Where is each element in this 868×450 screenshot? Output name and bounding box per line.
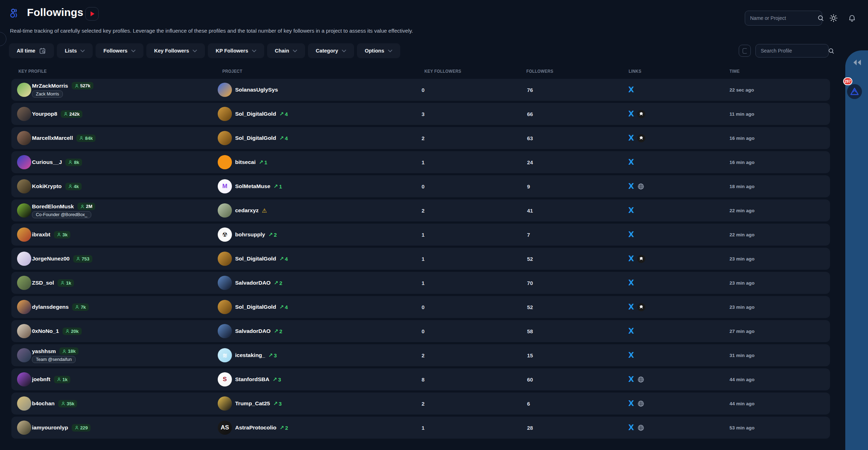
project-name[interactable]: Sol_DigitalGold <box>235 135 276 141</box>
project-name[interactable]: SolMetaMuse <box>235 183 270 190</box>
table-row[interactable]: dylansdegens 7k Sol_DigitalGold ↗4 0 52 … <box>11 296 830 318</box>
project-name[interactable]: AstraProtocolio <box>235 424 276 431</box>
profile-avatar[interactable] <box>17 421 31 435</box>
x-icon[interactable]: X <box>628 399 634 408</box>
project-avatar[interactable]: AS <box>218 421 232 435</box>
x-icon[interactable]: X <box>628 375 634 384</box>
left-edge-handle[interactable] <box>0 32 6 46</box>
eagle-icon[interactable] <box>637 134 645 142</box>
filter-dropdown-chain[interactable]: Chain <box>267 43 305 58</box>
project-name[interactable]: cedarxyz <box>235 207 259 214</box>
globe-icon[interactable] <box>637 400 645 407</box>
table-row[interactable]: JorgeNunez00 753 Sol_DigitalGold ↗4 1 52… <box>11 248 830 270</box>
x-icon[interactable]: X <box>628 230 634 239</box>
project-name[interactable]: icestaking_ <box>235 352 265 358</box>
filter-all-time[interactable]: All time <box>9 43 54 58</box>
project-name[interactable]: Sol_DigitalGold <box>235 304 276 310</box>
profile-avatar[interactable] <box>17 372 31 386</box>
profile-avatar[interactable] <box>17 83 31 97</box>
profile-name[interactable]: 0xNoNo_1 <box>32 328 59 334</box>
profile-name[interactable]: joebnft <box>32 376 50 383</box>
profile-avatar[interactable] <box>17 396 31 411</box>
x-icon[interactable]: X <box>628 86 634 94</box>
panel-logo[interactable] <box>847 84 862 99</box>
project-avatar[interactable] <box>218 300 232 314</box>
profile-avatar[interactable] <box>17 252 31 266</box>
table-row[interactable]: KokiKrypto 4k M SolMetaMuse ↗1 0 9 X <box>11 175 830 197</box>
profile-avatar[interactable] <box>17 179 31 193</box>
project-name[interactable]: StanfordSBA <box>235 376 269 383</box>
table-row[interactable]: MarcellxMarcell 84k Sol_DigitalGold ↗4 2… <box>11 127 830 149</box>
x-icon[interactable]: X <box>628 206 634 215</box>
x-icon[interactable]: X <box>628 351 634 360</box>
project-avatar[interactable] <box>218 107 232 121</box>
project-name[interactable]: Sol_DigitalGold <box>235 256 276 262</box>
filter-dropdown-key-followers[interactable]: Key Followers <box>146 43 205 58</box>
table-row[interactable]: yashhsm 18k Team @sendaifun ≋ icestaking… <box>11 344 830 366</box>
profile-name[interactable]: dylansdegens <box>32 304 69 310</box>
x-icon[interactable]: X <box>628 182 634 191</box>
profile-avatar[interactable] <box>17 276 31 290</box>
project-name[interactable]: Trump_Cat25 <box>235 400 270 407</box>
globe-icon[interactable] <box>637 376 645 383</box>
profile-name[interactable]: iamyouronlyp <box>32 424 68 431</box>
profile-name[interactable]: ibraxbt <box>32 231 50 238</box>
profile-search-input[interactable] <box>756 48 828 54</box>
project-avatar[interactable]: S <box>218 372 232 386</box>
table-row[interactable]: iamyouronlyp 229 AS AstraProtocolio ↗2 1… <box>11 417 830 439</box>
x-icon[interactable]: X <box>628 279 634 287</box>
profile-name[interactable]: KokiKrypto <box>32 183 62 190</box>
filter-dropdown-category[interactable]: Category <box>308 43 354 58</box>
profile-avatar[interactable] <box>17 324 31 338</box>
project-avatar[interactable] <box>218 155 232 169</box>
profile-name[interactable]: ZSD_sol <box>32 280 54 286</box>
table-row[interactable]: joebnft 1k S StanfordSBA ↗3 8 60 X <box>11 368 830 390</box>
table-row[interactable]: BoredElonMusk 2M Co-Founder @BoredBox_ c… <box>11 199 830 221</box>
project-name[interactable]: SolanasUglySys <box>235 87 278 93</box>
filter-dropdown-followers[interactable]: Followers <box>96 43 143 58</box>
x-icon[interactable]: X <box>628 134 634 142</box>
project-avatar[interactable] <box>218 324 232 338</box>
table-row[interactable]: b4ochan 35k Trump_Cat25 ↗3 2 6 X <box>11 393 830 415</box>
project-avatar[interactable] <box>218 276 232 290</box>
profile-name[interactable]: JorgeNunez00 <box>32 256 70 262</box>
x-icon[interactable]: X <box>628 327 634 335</box>
project-avatar[interactable]: M <box>218 179 232 193</box>
project-name[interactable]: bohrsupply <box>235 231 265 238</box>
project-name[interactable]: bitsecai <box>235 159 256 165</box>
eagle-icon[interactable] <box>637 303 645 311</box>
profile-name[interactable]: Curious__J <box>32 159 62 165</box>
project-avatar[interactable]: ≋ <box>218 348 232 362</box>
play-button[interactable] <box>85 7 99 21</box>
profile-name[interactable]: yashhsm <box>32 348 56 355</box>
notifications-button[interactable] <box>847 13 857 24</box>
x-icon[interactable]: X <box>628 423 634 432</box>
filter-dropdown-lists[interactable]: Lists <box>57 43 93 58</box>
eagle-icon[interactable] <box>637 110 645 118</box>
filter-dropdown-kp-followers[interactable]: KP Followers <box>208 43 264 58</box>
profile-name[interactable]: Yourpop8 <box>32 111 57 117</box>
profile-name[interactable]: BoredElonMusk <box>32 203 74 210</box>
profile-avatar[interactable] <box>17 348 31 362</box>
theme-toggle-button[interactable] <box>829 13 838 24</box>
project-name[interactable]: Sol_DigitalGold <box>235 111 276 117</box>
globe-icon[interactable] <box>637 183 645 190</box>
x-icon[interactable]: X <box>628 254 634 263</box>
profile-search[interactable] <box>755 44 829 57</box>
project-avatar[interactable]: ☢ <box>218 227 232 242</box>
project-avatar[interactable] <box>218 203 232 218</box>
filter-dropdown-options[interactable]: Options <box>357 43 400 58</box>
table-row[interactable]: Yourpop8 242k Sol_DigitalGold ↗4 3 66 X <box>11 103 830 125</box>
eagle-icon[interactable] <box>637 255 645 263</box>
profile-avatar[interactable] <box>17 227 31 242</box>
expand-panel-button[interactable] <box>852 59 862 67</box>
x-icon[interactable]: X <box>628 158 634 166</box>
layout-toggle-button[interactable] <box>739 45 751 57</box>
globe-icon[interactable] <box>637 424 645 432</box>
project-avatar[interactable] <box>218 252 232 266</box>
global-search-input[interactable] <box>745 15 817 21</box>
table-row[interactable]: MrZackMorris 527k Zack Morris SolanasUgl… <box>11 79 830 101</box>
profile-avatar[interactable] <box>17 131 31 145</box>
table-row[interactable]: ZSD_sol 1k SalvadorDAO ↗2 1 70 X <box>11 272 830 294</box>
table-row[interactable]: ibraxbt 3k ☢ bohrsupply ↗2 1 7 X <box>11 224 830 246</box>
